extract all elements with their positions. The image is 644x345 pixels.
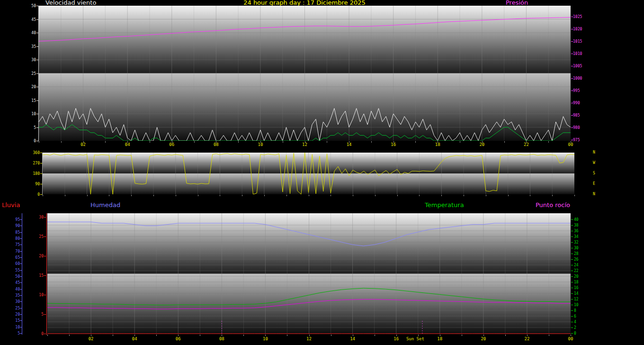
dew-point-label: Punto rocío — [536, 202, 570, 208]
axis-tick-label: 18 — [574, 280, 579, 284]
axis-tick-label: Sun Set — [406, 337, 424, 341]
axis-tick-mark — [571, 310, 573, 311]
weather-24h-graph: Velocidad viento 24 hour graph day : 17 … — [0, 0, 644, 345]
x-axis-tick-mark — [200, 335, 200, 336]
axis-tick-label: 22 — [574, 269, 579, 273]
axis-tick-label: 30 — [32, 215, 44, 219]
x-axis-tick-mark — [105, 141, 106, 143]
axis-tick-mark — [571, 288, 573, 288]
axis-tick-label: 02 — [79, 143, 88, 147]
axis-tick-label: 22 — [522, 143, 530, 147]
x-axis-tick-mark — [83, 141, 84, 143]
axis-tick-mark — [571, 316, 573, 317]
axis-tick-label: 360 — [25, 151, 40, 155]
x-axis-tick-mark — [375, 195, 376, 196]
x-axis-tick-mark — [530, 195, 530, 196]
axis-tick-label: 35 — [21, 45, 36, 49]
temperature-label: Temperatura — [425, 202, 464, 208]
axis-tick-label: 60 — [9, 262, 20, 266]
axis-tick-mark — [571, 265, 573, 265]
x-axis-tick-mark — [172, 141, 172, 143]
axis-tick-label: 04 — [130, 337, 139, 341]
axis-tick-mark — [571, 225, 573, 226]
axis-tick-label: 20 — [9, 312, 20, 317]
x-axis-tick-mark — [353, 195, 353, 196]
axis-tick-mark — [571, 231, 573, 231]
x-axis-tick-mark — [305, 141, 305, 143]
axis-tick-mark — [571, 115, 573, 116]
axis-tick-label: 8 — [574, 309, 576, 313]
x-axis-tick-mark — [462, 335, 462, 336]
axis-tick-label: 180 — [25, 172, 40, 176]
axis-tick-mark — [44, 217, 46, 218]
axis-tick-label: 990 — [573, 101, 580, 105]
axis-tick-label: 16 — [574, 286, 579, 290]
x-axis-tick-mark — [504, 141, 505, 143]
x-axis-tick-mark — [464, 195, 464, 196]
axis-tick-label: 28 — [574, 252, 579, 256]
axis-tick-label: 1005 — [573, 64, 582, 68]
axis-tick-mark — [44, 236, 46, 237]
axis-tick-label: 14 — [574, 291, 579, 296]
axis-tick-mark — [571, 322, 573, 322]
axis-tick-mark — [571, 103, 573, 103]
axis-tick-label: 15 — [21, 99, 36, 103]
axis-tick-label: 25 — [21, 72, 36, 76]
axis-line — [46, 213, 47, 335]
x-axis-tick-mark — [371, 141, 372, 143]
x-axis-tick-mark — [349, 141, 349, 143]
x-axis-tick-mark — [527, 335, 528, 336]
axis-tick-label: 14 — [349, 337, 357, 341]
x-axis-tick-mark — [243, 335, 244, 336]
x-axis-tick-mark — [396, 335, 397, 336]
axis-tick-label: 975 — [573, 138, 580, 142]
axis-tick-label: 10 — [574, 303, 579, 307]
axis-tick-label: 32 — [574, 240, 579, 245]
x-axis-tick-mark — [43, 195, 43, 196]
x-axis-tick-mark — [526, 141, 527, 143]
axis-tick-mark — [571, 271, 573, 271]
wind-direction-chart — [43, 153, 574, 194]
axis-tick-label: E — [593, 182, 595, 186]
axis-tick-label: 06 — [168, 143, 176, 147]
axis-line — [38, 6, 39, 141]
x-axis-tick-mark — [220, 195, 220, 196]
x-axis-tick-mark — [176, 195, 176, 196]
axis-tick-label: 16 — [389, 143, 398, 147]
axis-tick-label: 80 — [9, 236, 20, 241]
x-axis-tick-mark — [571, 335, 571, 336]
axis-tick-label: 30 — [574, 246, 579, 250]
x-axis-tick-mark — [47, 335, 48, 336]
axis-tick-label: 34 — [574, 235, 579, 239]
axis-tick-label: 6 — [574, 314, 576, 318]
pressure-label: Presión — [506, 0, 528, 6]
x-axis-tick-mark — [287, 335, 287, 336]
axis-tick-mark — [571, 78, 573, 79]
x-axis-tick-mark — [309, 195, 309, 196]
wind-pressure-chart — [39, 6, 571, 141]
axis-tick-label: 20 — [21, 85, 36, 89]
x-axis-tick-mark — [265, 335, 266, 336]
axis-tick-label: 10 — [9, 325, 20, 329]
axis-tick-label: 985 — [573, 113, 580, 118]
axis-tick-mark — [571, 17, 573, 17]
axis-tick-label: 36 — [574, 229, 579, 233]
axis-tick-label: 22 — [523, 337, 531, 341]
axis-tick-label: N — [593, 192, 595, 196]
x-axis-tick-mark — [61, 141, 62, 143]
axis-tick-label: 0 — [25, 192, 40, 197]
axis-tick-label: N — [593, 150, 595, 154]
axis-tick-mark — [571, 276, 573, 277]
x-axis-tick-mark — [153, 195, 154, 196]
axis-tick-label: 995 — [573, 89, 580, 93]
axis-line — [42, 153, 43, 195]
x-axis-tick-mark — [283, 141, 283, 143]
axis-tick-label: 04 — [123, 143, 132, 147]
humidity-temperature-chart — [47, 213, 571, 334]
axis-tick-label: 85 — [9, 230, 20, 235]
axis-tick-label: 70 — [9, 249, 20, 254]
axis-tick-mark — [44, 334, 46, 334]
axis-tick-mark — [571, 127, 573, 128]
axis-tick-label: 35 — [9, 293, 20, 298]
x-axis-tick-mark — [415, 141, 416, 143]
